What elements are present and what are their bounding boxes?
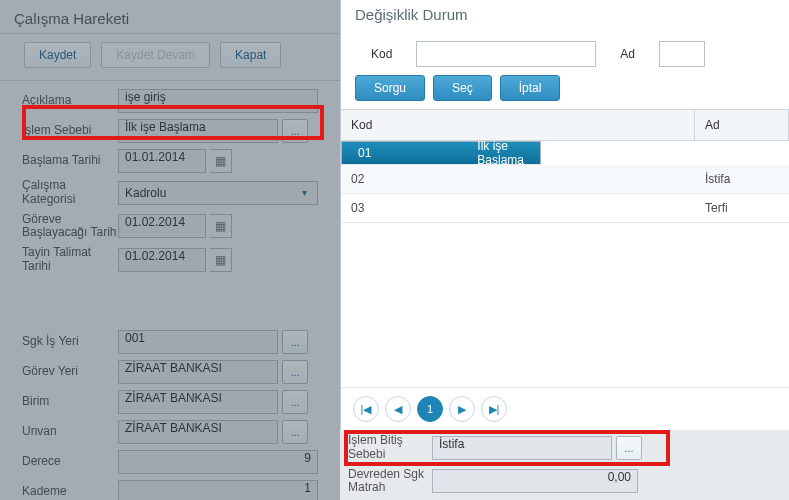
search-kod-input[interactable] — [416, 41, 596, 67]
cell-kod: 01 — [348, 141, 467, 167]
below-modal-strip: İşlem Bitiş Sebebi İstifa ... Devreden S… — [340, 430, 789, 500]
label-islem-bitis-sebebi: İşlem Bitiş Sebebi — [348, 434, 432, 462]
table-row[interactable]: 02İstifa — [341, 165, 789, 194]
sec-button[interactable]: Seç — [433, 75, 492, 101]
grid-pager: |◀ ◀ 1 ▶ ▶| — [341, 387, 789, 430]
modal-search-bar: Kod Ad — [341, 33, 789, 75]
search-ad-input[interactable] — [659, 41, 705, 67]
lookup-modal: Değişiklik Durum Kod Ad Sorgu Seç İptal … — [340, 0, 789, 430]
lookup-grid: Kod Ad 01İlk işe Başlama02İstifa03Terfi … — [341, 109, 789, 430]
pager-next-button[interactable]: ▶ — [449, 396, 475, 422]
pager-page-button[interactable]: 1 — [417, 396, 443, 422]
devreden-sgk-matrah-input[interactable]: 0,00 — [432, 469, 638, 493]
grid-header: Kod Ad — [341, 110, 789, 141]
pager-last-button[interactable]: ▶| — [481, 396, 507, 422]
cell-ad: Terfi — [695, 194, 789, 222]
modal-actions: Sorgu Seç İptal — [341, 75, 789, 109]
cell-ad: İstifa — [695, 165, 789, 193]
table-row[interactable]: 03Terfi — [341, 194, 789, 223]
cell-kod: 03 — [341, 194, 695, 222]
pager-prev-button[interactable]: ◀ — [385, 396, 411, 422]
iptal-button[interactable]: İptal — [500, 75, 561, 101]
label-ad: Ad — [620, 47, 635, 61]
col-kod[interactable]: Kod — [341, 110, 695, 140]
modal-title: Değişiklik Durum — [341, 0, 789, 33]
cell-kod: 02 — [341, 165, 695, 193]
sorgu-button[interactable]: Sorgu — [355, 75, 425, 101]
table-row[interactable]: 01İlk işe Başlama — [341, 141, 541, 165]
grid-body: 01İlk işe Başlama02İstifa03Terfi — [341, 141, 789, 387]
col-ad[interactable]: Ad — [695, 110, 789, 140]
islem-bitis-sebebi-lookup[interactable]: ... — [616, 436, 642, 460]
islem-bitis-sebebi-input[interactable]: İstifa — [432, 436, 612, 460]
label-kod: Kod — [371, 47, 392, 61]
pager-first-button[interactable]: |◀ — [353, 396, 379, 422]
label-devreden-sgk-matrah: Devreden Sgk Matrah — [348, 468, 432, 496]
